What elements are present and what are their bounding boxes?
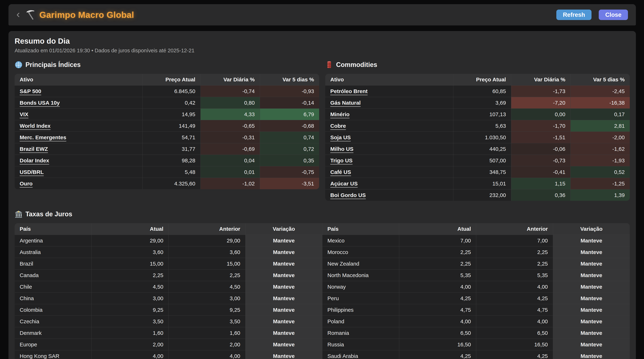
var-daily-cell: 1,15 bbox=[511, 178, 570, 189]
asset-link[interactable]: Soja US bbox=[330, 134, 351, 140]
price-cell: 0,42 bbox=[142, 97, 200, 108]
table-row: Cobre5,63-1,702,81 bbox=[325, 120, 630, 132]
price-cell: 507,00 bbox=[453, 154, 511, 166]
asset-link[interactable]: World Index bbox=[20, 123, 50, 129]
asset-link[interactable]: Café US bbox=[330, 169, 351, 175]
asset-cell: VIX bbox=[14, 108, 142, 120]
country-cell: Colombia bbox=[14, 304, 92, 316]
rate-change-cell: Manteve bbox=[245, 304, 322, 316]
var-5d-cell: 0,74 bbox=[260, 132, 319, 143]
rate-current-cell: 4,25 bbox=[399, 350, 476, 359]
var-5d-cell: -2,00 bbox=[570, 132, 630, 143]
rate-previous-cell: 2,25 bbox=[476, 258, 553, 269]
table-row: Brazil EWZ31,77-0,690,72 bbox=[14, 143, 319, 154]
asset-link[interactable]: Boi Gordo US bbox=[330, 192, 366, 198]
rate-previous-cell: 7,00 bbox=[476, 235, 553, 246]
col-variacao: Variação bbox=[553, 223, 630, 235]
col-ativo: Ativo bbox=[325, 74, 453, 85]
rate-current-cell: 3,60 bbox=[92, 246, 168, 258]
rate-previous-cell: 4,75 bbox=[476, 304, 553, 316]
asset-link[interactable]: VIX bbox=[20, 111, 28, 117]
rate-change-cell: Manteve bbox=[245, 316, 322, 327]
rate-previous-cell: 4,00 bbox=[168, 350, 245, 359]
country-cell: Philippines bbox=[322, 304, 399, 316]
table-row: Soja US1.030,50-1,51-2,00 bbox=[325, 132, 630, 143]
var-daily-cell: -0,41 bbox=[511, 166, 570, 178]
rate-previous-cell: 2,25 bbox=[476, 246, 553, 258]
rate-change-cell: Manteve bbox=[553, 269, 630, 281]
app-title: Garimpo Macro Global bbox=[39, 10, 134, 20]
country-cell: Brazil bbox=[14, 258, 92, 269]
var-daily-cell: 0,36 bbox=[511, 189, 570, 201]
rate-previous-cell: 1,60 bbox=[168, 327, 245, 338]
asset-link[interactable]: Petróleo Brent bbox=[330, 88, 368, 94]
var-daily-cell: 0,80 bbox=[200, 97, 260, 108]
rate-change-cell: Manteve bbox=[245, 246, 322, 258]
back-icon[interactable]: ‹ bbox=[16, 9, 20, 19]
var-5d-cell: -16,38 bbox=[570, 97, 630, 108]
table-row: Brazil15,0015,00ManteveNew Zealand2,252,… bbox=[14, 258, 630, 269]
asset-link[interactable]: Bonds USA 10y bbox=[20, 100, 60, 106]
rate-previous-cell: 6,50 bbox=[476, 327, 553, 338]
indices-section: Principais Índices Ativo Preço Atual Var… bbox=[14, 61, 319, 189]
asset-link[interactable]: Trigo US bbox=[330, 158, 352, 164]
col-var-diaria: Var Diária % bbox=[200, 74, 260, 85]
col-preco: Preço Atual bbox=[453, 74, 511, 85]
asset-link[interactable]: Milho US bbox=[330, 146, 354, 152]
asset-link[interactable]: Brazil EWZ bbox=[20, 146, 48, 152]
col-var-5d: Var 5 dias % bbox=[260, 74, 319, 85]
asset-link[interactable]: S&P 500 bbox=[20, 88, 41, 94]
asset-cell: Petróleo Brent bbox=[325, 85, 453, 97]
country-cell: Europe bbox=[14, 338, 92, 350]
rate-current-cell: 1,60 bbox=[92, 327, 168, 338]
price-cell: 54,71 bbox=[142, 132, 200, 143]
rate-current-cell: 2,25 bbox=[399, 258, 476, 269]
asset-link[interactable]: Minério bbox=[330, 111, 350, 117]
rate-previous-cell: 3,00 bbox=[168, 292, 245, 304]
asset-cell: USD/BRL bbox=[14, 166, 142, 178]
asset-cell: World Index bbox=[14, 120, 142, 132]
asset-cell: Milho US bbox=[325, 143, 453, 154]
var-5d-cell: 0,35 bbox=[260, 154, 319, 166]
var-daily-cell: -1,02 bbox=[200, 178, 260, 189]
indices-title: Principais Índices bbox=[26, 61, 81, 68]
rate-change-cell: Manteve bbox=[553, 304, 630, 316]
commodities-title: Commodities bbox=[336, 61, 377, 68]
asset-link[interactable]: Gás Natural bbox=[330, 100, 360, 106]
asset-link[interactable]: Ouro bbox=[20, 180, 33, 186]
var-5d-cell: 2,81 bbox=[570, 120, 630, 132]
rate-change-cell: Manteve bbox=[553, 316, 630, 327]
main-panel: Resumo do Dia Atualizado em 01/01/2026 1… bbox=[8, 31, 636, 359]
col-atual: Atual bbox=[92, 223, 168, 235]
title-bar: ‹ Garimpo Macro Global Refresh Close bbox=[8, 4, 636, 26]
price-cell: 232,00 bbox=[453, 189, 511, 201]
var-5d-cell: 6,79 bbox=[260, 108, 319, 120]
price-cell: 1.030,50 bbox=[453, 132, 511, 143]
asset-link[interactable]: Cobre bbox=[330, 123, 346, 129]
var-daily-cell: -0,65 bbox=[200, 120, 260, 132]
asset-link[interactable]: Açúcar US bbox=[330, 180, 358, 186]
table-row: Dolar Index98,280,040,35 bbox=[14, 154, 319, 166]
rate-current-cell: 4,00 bbox=[399, 281, 476, 292]
table-row: Ouro4.325,60-1,02-3,51 bbox=[14, 178, 319, 189]
rate-current-cell: 2,25 bbox=[399, 246, 476, 258]
var-daily-cell: 0,00 bbox=[511, 108, 570, 120]
rate-current-cell: 16,50 bbox=[399, 338, 476, 350]
rate-previous-cell: 2,25 bbox=[168, 269, 245, 281]
asset-link[interactable]: Merc. Emergentes bbox=[20, 134, 66, 140]
rate-current-cell: 5,35 bbox=[399, 269, 476, 281]
table-row: Gás Natural3,69-7,20-16,38 bbox=[325, 97, 630, 108]
refresh-button[interactable]: Refresh bbox=[556, 10, 592, 20]
table-row: Boi Gordo US232,000,361,39 bbox=[325, 189, 630, 201]
price-cell: 5,48 bbox=[142, 166, 200, 178]
country-cell: China bbox=[14, 292, 92, 304]
asset-cell: Gás Natural bbox=[325, 97, 453, 108]
close-button[interactable]: Close bbox=[599, 10, 628, 20]
commodities-section: Commodities Ativo Preço Atual Var Diária… bbox=[325, 61, 630, 201]
rate-current-cell: 29,00 bbox=[92, 235, 168, 246]
asset-link[interactable]: USD/BRL bbox=[20, 169, 44, 175]
asset-link[interactable]: Dolar Index bbox=[20, 158, 49, 164]
country-cell: Saudi Arabia bbox=[322, 350, 399, 359]
col-preco: Preço Atual bbox=[142, 74, 200, 85]
indices-heading: Principais Índices bbox=[14, 61, 319, 69]
